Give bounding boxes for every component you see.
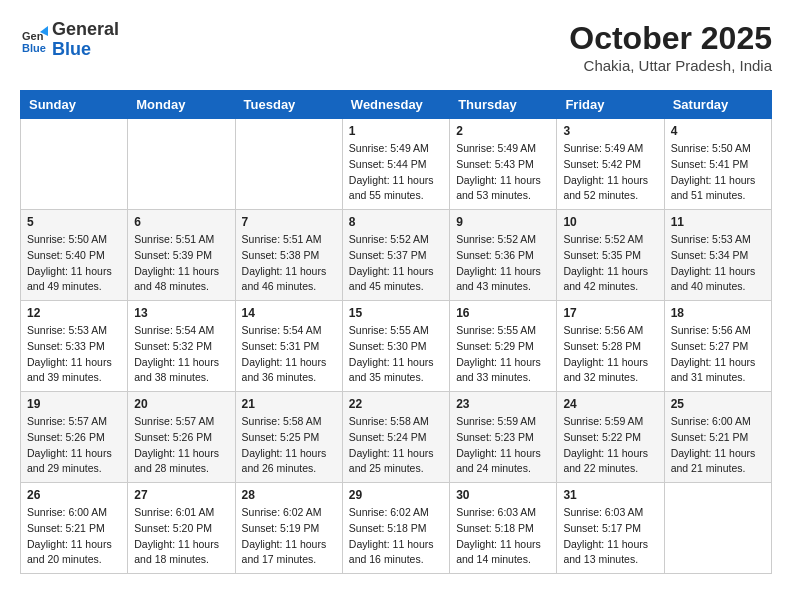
header-day-monday: Monday (128, 91, 235, 119)
calendar-cell: 30Sunrise: 6:03 AMSunset: 5:18 PMDayligh… (450, 483, 557, 574)
calendar-table: SundayMondayTuesdayWednesdayThursdayFrid… (20, 90, 772, 574)
day-info: Sunrise: 5:50 AMSunset: 5:41 PMDaylight:… (671, 141, 765, 204)
calendar-cell: 7Sunrise: 5:51 AMSunset: 5:38 PMDaylight… (235, 210, 342, 301)
day-number: 25 (671, 397, 765, 411)
calendar-cell: 28Sunrise: 6:02 AMSunset: 5:19 PMDayligh… (235, 483, 342, 574)
day-info: Sunrise: 5:49 AMSunset: 5:44 PMDaylight:… (349, 141, 443, 204)
calendar-week-4: 19Sunrise: 5:57 AMSunset: 5:26 PMDayligh… (21, 392, 772, 483)
calendar-cell: 29Sunrise: 6:02 AMSunset: 5:18 PMDayligh… (342, 483, 449, 574)
header-day-saturday: Saturday (664, 91, 771, 119)
calendar-cell: 11Sunrise: 5:53 AMSunset: 5:34 PMDayligh… (664, 210, 771, 301)
day-info: Sunrise: 5:55 AMSunset: 5:30 PMDaylight:… (349, 323, 443, 386)
day-number: 22 (349, 397, 443, 411)
day-number: 1 (349, 124, 443, 138)
day-info: Sunrise: 5:52 AMSunset: 5:36 PMDaylight:… (456, 232, 550, 295)
day-number: 18 (671, 306, 765, 320)
day-info: Sunrise: 5:52 AMSunset: 5:37 PMDaylight:… (349, 232, 443, 295)
day-number: 23 (456, 397, 550, 411)
day-info: Sunrise: 5:58 AMSunset: 5:24 PMDaylight:… (349, 414, 443, 477)
day-number: 14 (242, 306, 336, 320)
day-number: 3 (563, 124, 657, 138)
calendar-cell: 24Sunrise: 5:59 AMSunset: 5:22 PMDayligh… (557, 392, 664, 483)
calendar-cell: 26Sunrise: 6:00 AMSunset: 5:21 PMDayligh… (21, 483, 128, 574)
calendar-cell: 5Sunrise: 5:50 AMSunset: 5:40 PMDaylight… (21, 210, 128, 301)
day-info: Sunrise: 6:03 AMSunset: 5:18 PMDaylight:… (456, 505, 550, 568)
header-day-tuesday: Tuesday (235, 91, 342, 119)
day-info: Sunrise: 5:53 AMSunset: 5:34 PMDaylight:… (671, 232, 765, 295)
day-number: 2 (456, 124, 550, 138)
calendar-cell: 12Sunrise: 5:53 AMSunset: 5:33 PMDayligh… (21, 301, 128, 392)
day-info: Sunrise: 5:57 AMSunset: 5:26 PMDaylight:… (134, 414, 228, 477)
calendar-cell: 22Sunrise: 5:58 AMSunset: 5:24 PMDayligh… (342, 392, 449, 483)
location-subtitle: Chakia, Uttar Pradesh, India (569, 57, 772, 74)
calendar-cell: 15Sunrise: 5:55 AMSunset: 5:30 PMDayligh… (342, 301, 449, 392)
header-day-friday: Friday (557, 91, 664, 119)
day-number: 28 (242, 488, 336, 502)
day-number: 30 (456, 488, 550, 502)
day-number: 29 (349, 488, 443, 502)
day-info: Sunrise: 6:00 AMSunset: 5:21 PMDaylight:… (27, 505, 121, 568)
calendar-cell (664, 483, 771, 574)
day-info: Sunrise: 5:56 AMSunset: 5:27 PMDaylight:… (671, 323, 765, 386)
header-row: SundayMondayTuesdayWednesdayThursdayFrid… (21, 91, 772, 119)
svg-text:Blue: Blue (22, 42, 46, 54)
day-number: 12 (27, 306, 121, 320)
calendar-cell: 31Sunrise: 6:03 AMSunset: 5:17 PMDayligh… (557, 483, 664, 574)
month-title: October 2025 (569, 20, 772, 57)
calendar-body: 1Sunrise: 5:49 AMSunset: 5:44 PMDaylight… (21, 119, 772, 574)
calendar-cell: 10Sunrise: 5:52 AMSunset: 5:35 PMDayligh… (557, 210, 664, 301)
day-info: Sunrise: 6:00 AMSunset: 5:21 PMDaylight:… (671, 414, 765, 477)
calendar-cell: 17Sunrise: 5:56 AMSunset: 5:28 PMDayligh… (557, 301, 664, 392)
calendar-cell: 6Sunrise: 5:51 AMSunset: 5:39 PMDaylight… (128, 210, 235, 301)
day-number: 5 (27, 215, 121, 229)
day-number: 6 (134, 215, 228, 229)
day-info: Sunrise: 6:01 AMSunset: 5:20 PMDaylight:… (134, 505, 228, 568)
day-number: 15 (349, 306, 443, 320)
day-info: Sunrise: 5:59 AMSunset: 5:23 PMDaylight:… (456, 414, 550, 477)
calendar-cell (235, 119, 342, 210)
calendar-header: SundayMondayTuesdayWednesdayThursdayFrid… (21, 91, 772, 119)
day-number: 27 (134, 488, 228, 502)
logo: Gen Blue General Blue (20, 20, 119, 60)
calendar-cell: 21Sunrise: 5:58 AMSunset: 5:25 PMDayligh… (235, 392, 342, 483)
calendar-cell: 13Sunrise: 5:54 AMSunset: 5:32 PMDayligh… (128, 301, 235, 392)
day-info: Sunrise: 5:51 AMSunset: 5:39 PMDaylight:… (134, 232, 228, 295)
calendar-cell (128, 119, 235, 210)
calendar-cell: 19Sunrise: 5:57 AMSunset: 5:26 PMDayligh… (21, 392, 128, 483)
calendar-cell: 14Sunrise: 5:54 AMSunset: 5:31 PMDayligh… (235, 301, 342, 392)
day-info: Sunrise: 5:49 AMSunset: 5:42 PMDaylight:… (563, 141, 657, 204)
calendar-week-1: 1Sunrise: 5:49 AMSunset: 5:44 PMDaylight… (21, 119, 772, 210)
day-number: 16 (456, 306, 550, 320)
day-info: Sunrise: 6:02 AMSunset: 5:19 PMDaylight:… (242, 505, 336, 568)
day-info: Sunrise: 5:51 AMSunset: 5:38 PMDaylight:… (242, 232, 336, 295)
day-info: Sunrise: 5:50 AMSunset: 5:40 PMDaylight:… (27, 232, 121, 295)
day-info: Sunrise: 5:58 AMSunset: 5:25 PMDaylight:… (242, 414, 336, 477)
day-number: 31 (563, 488, 657, 502)
day-number: 9 (456, 215, 550, 229)
calendar-cell: 27Sunrise: 6:01 AMSunset: 5:20 PMDayligh… (128, 483, 235, 574)
day-number: 4 (671, 124, 765, 138)
calendar-week-5: 26Sunrise: 6:00 AMSunset: 5:21 PMDayligh… (21, 483, 772, 574)
calendar-cell: 16Sunrise: 5:55 AMSunset: 5:29 PMDayligh… (450, 301, 557, 392)
calendar-cell: 25Sunrise: 6:00 AMSunset: 5:21 PMDayligh… (664, 392, 771, 483)
day-number: 26 (27, 488, 121, 502)
logo-icon: Gen Blue (20, 26, 48, 54)
day-info: Sunrise: 5:59 AMSunset: 5:22 PMDaylight:… (563, 414, 657, 477)
calendar-cell (21, 119, 128, 210)
day-number: 7 (242, 215, 336, 229)
logo-general-text: General (52, 19, 119, 39)
header-day-sunday: Sunday (21, 91, 128, 119)
header-day-wednesday: Wednesday (342, 91, 449, 119)
day-info: Sunrise: 6:03 AMSunset: 5:17 PMDaylight:… (563, 505, 657, 568)
calendar-cell: 3Sunrise: 5:49 AMSunset: 5:42 PMDaylight… (557, 119, 664, 210)
logo-blue-text: Blue (52, 39, 91, 59)
day-info: Sunrise: 5:53 AMSunset: 5:33 PMDaylight:… (27, 323, 121, 386)
calendar-cell: 4Sunrise: 5:50 AMSunset: 5:41 PMDaylight… (664, 119, 771, 210)
title-block: October 2025 Chakia, Uttar Pradesh, Indi… (569, 20, 772, 74)
calendar-cell: 9Sunrise: 5:52 AMSunset: 5:36 PMDaylight… (450, 210, 557, 301)
day-number: 17 (563, 306, 657, 320)
day-number: 8 (349, 215, 443, 229)
calendar-cell: 8Sunrise: 5:52 AMSunset: 5:37 PMDaylight… (342, 210, 449, 301)
page-header: Gen Blue General Blue October 2025 Chaki… (20, 20, 772, 74)
day-number: 10 (563, 215, 657, 229)
